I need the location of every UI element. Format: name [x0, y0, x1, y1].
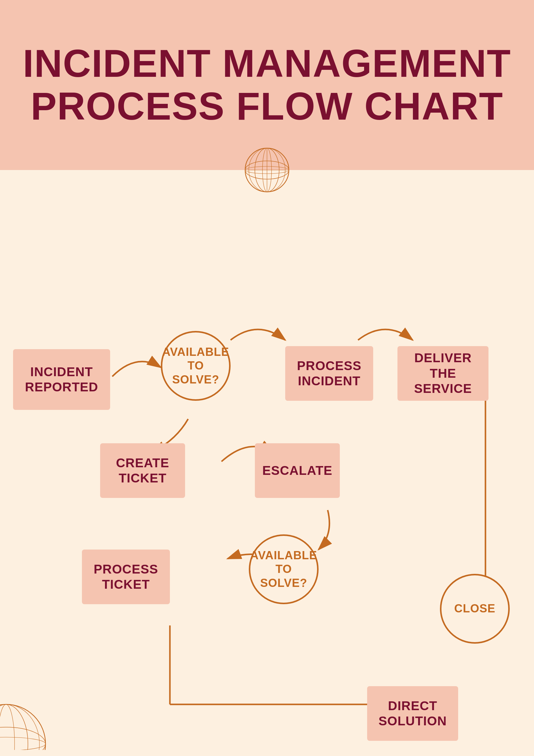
main-content: INCIDENT REPORTED AVAILABLE TO SOLVE? PR… [0, 170, 534, 756]
svg-point-11 [0, 727, 45, 750]
deliver-the-service-box: DELIVER THE SERVICE [397, 346, 489, 401]
process-ticket-box: PROCESS TICKET [82, 550, 170, 604]
escalate-box: ESCALATE [255, 443, 340, 498]
globe-bottom-decoration [0, 689, 55, 750]
create-ticket-box: CREATE TICKET [100, 443, 185, 498]
available-to-solve-2-circle: AVAILABLE TO SOLVE? [249, 534, 318, 604]
direct-solution-box: DIRECT SOLUTION [367, 686, 458, 741]
process-incident-box: PROCESS INCIDENT [285, 346, 373, 401]
close-circle: CLOSE [440, 574, 510, 644]
header: INCIDENT MANAGEMENT PROCESS FLOW CHART [0, 0, 534, 170]
available-to-solve-1-circle: AVAILABLE TO SOLVE? [161, 331, 231, 401]
incident-reported-box: INCIDENT REPORTED [13, 349, 110, 410]
globe-top-decoration [243, 146, 291, 194]
svg-point-12 [0, 737, 45, 750]
page-title: INCIDENT MANAGEMENT PROCESS FLOW CHART [12, 42, 522, 128]
